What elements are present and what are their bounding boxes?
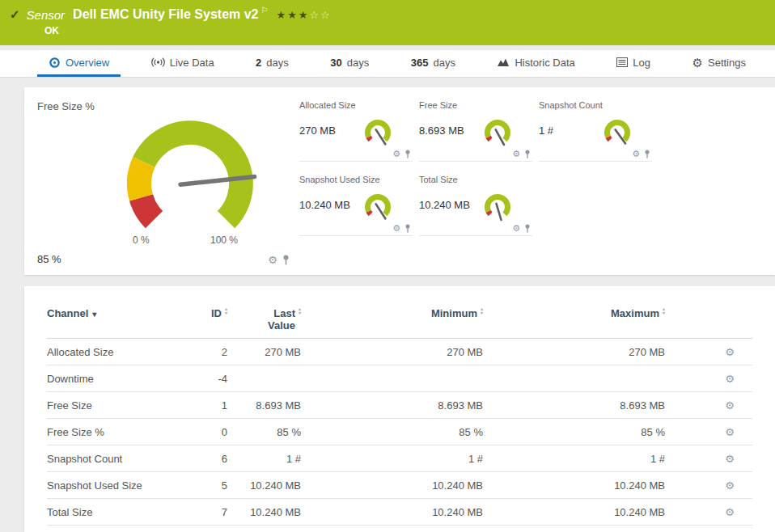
star-icon[interactable] (299, 9, 310, 21)
main-gauge-value: 85 % (37, 253, 61, 265)
row-snapshot-count[interactable]: Snapshot Count 6 1 # 1 # 1 # (47, 445, 752, 472)
column-header-id[interactable]: ID (184, 307, 227, 319)
tab-label: Settings (708, 57, 746, 69)
tab-overview[interactable]: Overview (37, 50, 121, 77)
cell-id: -4 (184, 373, 227, 385)
star-icon[interactable] (320, 9, 332, 21)
tab-label: days (347, 57, 369, 69)
sensor-title: Dell EMC Unity File System v2 (73, 7, 258, 22)
tab-label: Log (633, 57, 650, 69)
column-header-minimum[interactable]: Minimum (301, 307, 483, 319)
mini-gauge-grid: Allocated Size 270 MB Free Size 8.693 MB (290, 95, 764, 270)
star-icon[interactable] (287, 9, 299, 21)
cell-maximum: 85 % (483, 426, 665, 438)
mini-gauge (359, 186, 396, 223)
gauge-icon (49, 57, 61, 69)
tile-channel-label: Snapshot Count (539, 100, 652, 110)
broadcast-icon (151, 57, 165, 68)
tab-30-days[interactable]: 30 days (319, 50, 380, 77)
star-icon[interactable] (309, 9, 320, 21)
pin-icon[interactable] (404, 150, 411, 158)
tab-365-days[interactable]: 365 days (400, 50, 467, 77)
cell-maximum: 8.693 MB (483, 399, 665, 412)
gear-icon[interactable] (512, 224, 520, 233)
row-allocated-size[interactable]: Allocated Size 2 270 MB 270 MB 270 MB (47, 339, 752, 365)
row-free-size[interactable]: Free Size 1 8.693 MB 8.693 MB 8.693 MB (47, 392, 752, 419)
tab-log[interactable]: Log (605, 50, 662, 77)
column-header-last-value[interactable]: Last Value (227, 307, 301, 331)
channel-settings-gear-icon[interactable] (725, 373, 735, 385)
channel-settings-gear-icon[interactable] (725, 506, 735, 518)
tab-label: days (433, 57, 455, 69)
main-gauge-panel: Free Size % 0 % 100 % 85 % (37, 95, 290, 270)
pin-icon[interactable] (282, 255, 290, 265)
gauge-scale-max: 100 % (210, 234, 238, 246)
pin-icon[interactable] (404, 224, 411, 233)
row-total-size[interactable]: Total Size 7 10.240 MB 10.240 MB 10.240 … (47, 499, 752, 526)
pin-icon[interactable] (524, 150, 531, 158)
status-check-icon (10, 7, 20, 22)
gear-icon (692, 57, 703, 69)
tile-value: 1 # (539, 125, 553, 137)
cell-channel: Snapshot Count (47, 453, 184, 465)
pin-icon[interactable] (524, 224, 531, 233)
channel-settings-gear-icon[interactable] (725, 479, 735, 492)
tab-2-days[interactable]: 2 days (244, 50, 300, 77)
tile-channel-label: Total Size (419, 175, 532, 184)
mini-gauge (599, 112, 636, 149)
tab-number: 365 (411, 57, 429, 69)
area-chart-icon (497, 57, 510, 67)
channel-settings-gear-icon[interactable] (725, 426, 735, 438)
mini-gauge (359, 112, 396, 149)
cell-last-value: 1 # (227, 453, 301, 465)
tab-label: days (266, 57, 288, 69)
gear-icon[interactable] (512, 150, 520, 158)
cell-id: 6 (184, 453, 227, 465)
tab-settings[interactable]: Settings (681, 50, 757, 77)
column-header-channel[interactable]: Channel (47, 307, 184, 319)
cell-channel: Snapshot Used Size (47, 479, 184, 492)
column-header-maximum[interactable]: Maximum (483, 307, 665, 319)
cell-minimum: 270 MB (301, 346, 483, 358)
gear-icon[interactable] (392, 224, 400, 233)
row-snapshot-used-size[interactable]: Snapshot Used Size 5 10.240 MB 10.240 MB… (47, 472, 752, 499)
tile-value: 8.693 MB (419, 125, 464, 137)
cell-last-value: 10.240 MB (227, 506, 301, 518)
row-free-size-percent[interactable]: Free Size % 0 85 % 85 % 85 % (47, 419, 752, 445)
channel-settings-gear-icon[interactable] (725, 346, 735, 358)
mini-gauge (479, 112, 516, 149)
cell-last-value: 270 MB (227, 346, 301, 358)
tile-snapshot-used-size: Snapshot Used Size 10.240 MB (299, 170, 413, 236)
cell-minimum: 10.240 MB (301, 479, 483, 492)
free-size-percent-gauge (97, 99, 283, 240)
star-icon[interactable] (276, 9, 287, 21)
row-downtime[interactable]: Downtime -4 (47, 365, 752, 392)
gear-icon[interactable] (268, 255, 277, 265)
gear-icon[interactable] (632, 150, 640, 158)
cell-channel: Downtime (47, 373, 184, 385)
tile-value: 10.240 MB (299, 199, 350, 211)
flag-icon[interactable] (261, 6, 269, 15)
tab-label: Overview (66, 57, 109, 69)
cell-minimum: 10.240 MB (301, 506, 483, 518)
priority-stars[interactable] (276, 9, 331, 21)
tab-historic-data[interactable]: Historic Data (485, 50, 586, 77)
tile-value: 270 MB (299, 125, 336, 137)
cell-id: 7 (184, 506, 227, 518)
sensor-header: Sensor Dell EMC Unity File System v2 OK (0, 0, 775, 45)
gear-icon[interactable] (392, 150, 400, 158)
tab-bar: Overview Live Data 2 days 30 days 365 da… (0, 50, 775, 78)
channels-table-card: Channel ID Last Value Minimum Maximum Al… (24, 286, 775, 532)
tile-value: 10.240 MB (419, 199, 470, 211)
gauge-scale-min: 0 % (133, 234, 150, 246)
cell-minimum: 85 % (301, 426, 483, 438)
channel-settings-gear-icon[interactable] (725, 453, 735, 465)
tile-free-size: Free Size 8.693 MB (419, 95, 532, 162)
cell-id: 0 (184, 426, 227, 438)
cell-last-value: 85 % (227, 426, 301, 438)
cell-maximum: 270 MB (483, 346, 665, 358)
prtg-sensor-page: { "header": { "kind": "Sensor", "title":… (0, 0, 775, 532)
pin-icon[interactable] (644, 150, 650, 158)
channel-settings-gear-icon[interactable] (725, 399, 735, 412)
tab-live-data[interactable]: Live Data (140, 50, 226, 77)
